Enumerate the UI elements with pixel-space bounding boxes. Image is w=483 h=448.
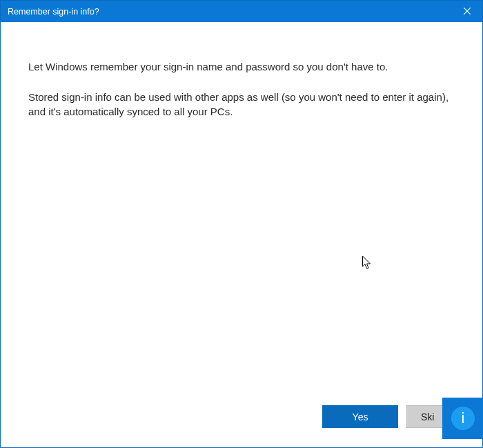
titlebar-title: Remember sign-in info? — [8, 7, 99, 17]
dialog-content: Let Windows remember your sign-in name a… — [1, 22, 482, 405]
dialog-footer: Yes Ski — [1, 405, 482, 447]
content-paragraph-1: Let Windows remember your sign-in name a… — [28, 60, 460, 74]
dialog-window: Remember sign-in info? Let Windows remem… — [0, 0, 483, 448]
content-paragraph-2: Stored sign-in info can be used with oth… — [28, 90, 460, 119]
info-icon: i — [451, 407, 475, 430]
close-button[interactable] — [451, 1, 482, 22]
close-icon — [464, 7, 471, 17]
titlebar: Remember sign-in info? — [1, 1, 482, 22]
info-badge[interactable]: i — [442, 398, 483, 439]
yes-button[interactable]: Yes — [322, 405, 398, 428]
